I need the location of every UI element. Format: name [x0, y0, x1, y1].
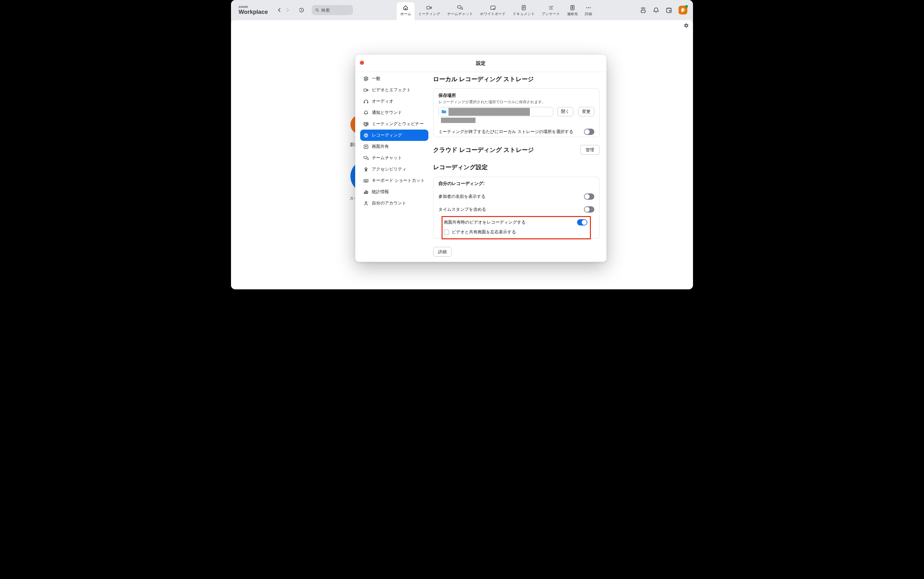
sidebar-item-team-chat[interactable]: チームチャット [360, 152, 429, 164]
back-button[interactable] [275, 5, 284, 15]
sidebar-item-label: レコーディング [372, 132, 402, 138]
include-timestamp-label: タイムスタンプを含める [438, 207, 486, 212]
show-participant-names-label: 参加者の名前を表示する [438, 194, 486, 200]
tab-home[interactable]: ホーム [397, 2, 414, 20]
sidebar-item-label: 統計情報 [372, 189, 389, 195]
sidebar-item-label: 一般 [372, 76, 380, 82]
video-camera-icon [426, 5, 432, 11]
keyboard-icon [363, 178, 369, 183]
whiteboard-icon [490, 5, 496, 11]
connect-device-button[interactable] [639, 6, 647, 14]
sidebar-item-recording[interactable]: レコーディング [360, 129, 429, 141]
tab-more[interactable]: 詳細 [582, 2, 596, 20]
advanced-button[interactable]: 詳細 [433, 247, 451, 257]
calendar-icon [666, 7, 672, 13]
sidebar-item-label: 通知とサウンド [372, 110, 402, 115]
include-timestamp-toggle[interactable] [584, 206, 594, 213]
contact-card-icon [569, 5, 575, 11]
top-right-icons: 参 [639, 6, 687, 15]
choose-location-toggle[interactable] [584, 129, 594, 135]
zoom-workplace-logo: zoom Workplace [238, 5, 268, 15]
sidebar-item-statistics[interactable]: 統計情報 [360, 186, 429, 198]
top-bar: zoom Workplace ホーム ミーティング [231, 0, 693, 20]
redacted-recording-path [448, 108, 530, 116]
tab-whiteboard[interactable]: ホワイトボード [476, 2, 509, 20]
search-input[interactable] [321, 8, 350, 13]
ellipsis-icon [585, 5, 592, 11]
toggle-knob [585, 207, 590, 212]
home-settings-button[interactable] [683, 23, 689, 29]
show-participant-names-toggle[interactable] [584, 193, 594, 200]
tab-label: ホーム [400, 11, 411, 16]
sidebar-item-keyboard-shortcuts[interactable]: キーボード ショートカット [360, 175, 429, 186]
side-by-side-checkbox[interactable] [444, 230, 449, 235]
sidebar-item-label: ビデオとエフェクト [372, 87, 411, 93]
sidebar-item-video-effects[interactable]: ビデオとエフェクト [360, 84, 429, 96]
side-by-side-label: ビデオと共有画面を左右表示する [451, 229, 516, 235]
history-button[interactable] [297, 5, 305, 15]
headphones-icon [363, 99, 369, 104]
toggle-knob [582, 220, 587, 225]
close-button[interactable] [360, 61, 364, 65]
home-icon [403, 5, 409, 11]
manage-button[interactable]: 管理 [580, 145, 600, 155]
app-window: zoom Workplace ホーム ミーティング [231, 0, 693, 290]
sidebar-item-label: アクセシビリティ [372, 166, 407, 172]
record-video-during-share-toggle[interactable] [577, 219, 587, 226]
sidebar-item-my-account[interactable]: 自分のアカウント [360, 198, 429, 209]
tab-docs[interactable]: ドキュメント [509, 2, 538, 20]
gear-icon [684, 23, 689, 28]
tab-surveys[interactable]: アンケート [538, 2, 564, 20]
dialog-title: 設定 [476, 61, 486, 66]
presence-dot [685, 5, 688, 8]
settings-dialog: 設定 一般 ビデオとエフェクト オーディオ [355, 54, 606, 262]
stats-bars-icon [363, 189, 369, 195]
avatar[interactable]: 参 [678, 6, 687, 15]
tab-label: 連絡先 [567, 11, 578, 16]
notifications-button[interactable] [652, 6, 660, 14]
sidebar-item-label: 画面共有 [372, 144, 389, 149]
chat-bubbles-icon [457, 5, 463, 11]
open-button[interactable]: 開く [557, 107, 573, 116]
recording-path-field[interactable] [438, 107, 554, 116]
search-box[interactable] [312, 5, 353, 15]
sidebar-item-label: オーディオ [372, 98, 393, 104]
chat-bubbles-icon [363, 155, 369, 161]
person-icon [363, 201, 369, 206]
change-button[interactable]: 変更 [578, 107, 594, 116]
tab-contacts[interactable]: 連絡先 [564, 2, 582, 20]
sidebar-item-audio[interactable]: オーディオ [360, 96, 429, 107]
toggle-knob [585, 194, 590, 199]
tab-label: ドキュメント [513, 11, 535, 16]
logo-workplace: Workplace [238, 9, 268, 15]
cloud-recording-storage-heading: クラウド レコーディング ストレージ [433, 146, 534, 154]
folder-icon [441, 109, 446, 114]
sidebar-item-general[interactable]: 一般 [360, 73, 429, 84]
tab-team-chat[interactable]: チームチャット [444, 2, 476, 20]
record-icon [363, 133, 369, 138]
highlight-annotation-box: 画面共有時のビデオをレコーディングする ビデオと共有画面を左右表示する [442, 216, 591, 239]
toggle-knob [585, 129, 590, 134]
chevron-left-icon [277, 7, 282, 13]
main-tab-bar: ホーム ミーティング チームチャット ホワイトボード ドキュメント アンケート [397, 0, 595, 20]
recording-settings-panel: ローカル レコーディング ストレージ 保存場所 レコーディングが選択された場所で… [433, 72, 606, 262]
new-meeting-label: 新規ミーティング [350, 142, 355, 147]
tab-label: ミーティング [418, 11, 440, 16]
sidebar-item-label: 自分のアカウント [372, 200, 406, 206]
tab-meetings[interactable]: ミーティング [414, 2, 443, 20]
forward-button[interactable] [284, 5, 292, 15]
document-icon [521, 5, 527, 11]
survey-icon [548, 5, 554, 11]
calendar-button[interactable] [665, 6, 673, 14]
bell-icon [653, 7, 659, 13]
save-location-description: レコーディングが選択された場所でローカルに保存されます。 [438, 100, 594, 105]
save-location-label: 保存場所 [438, 93, 594, 98]
sidebar-item-label: ミーティングとウェビナー [372, 121, 424, 127]
gear-icon [363, 76, 369, 82]
sidebar-item-meetings-webinars[interactable]: ミーティングとウェビナー [360, 118, 429, 129]
my-recordings-label: 自分のレコーディング: [438, 181, 594, 186]
sidebar-item-screen-share[interactable]: 画面共有 [360, 141, 429, 152]
sidebar-item-notifications-sound[interactable]: 通知とサウンド [360, 107, 429, 118]
logo-zoom: zoom [238, 5, 268, 8]
sidebar-item-accessibility[interactable]: アクセシビリティ [360, 164, 429, 175]
